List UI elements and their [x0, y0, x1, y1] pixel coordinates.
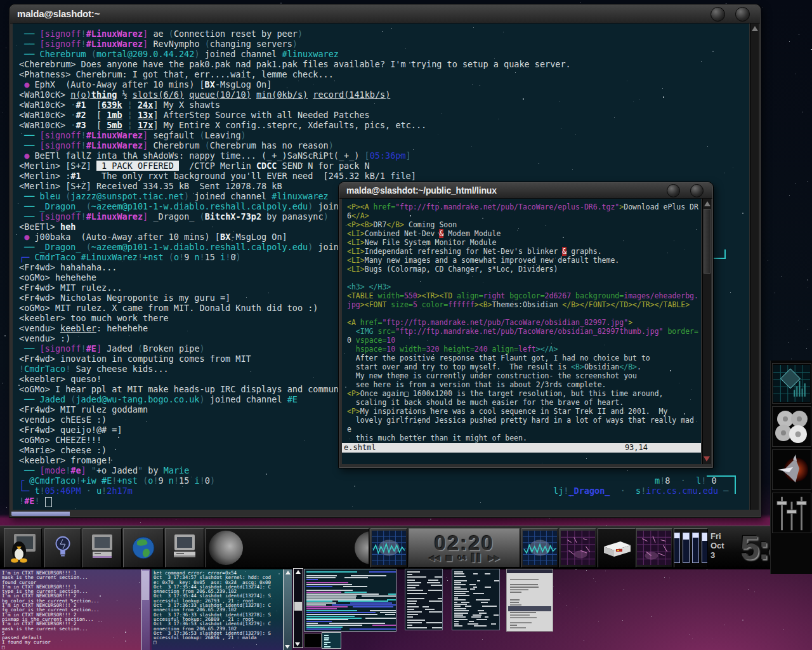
moon-dome-icon — [209, 531, 243, 565]
globe-icon — [128, 533, 159, 563]
terminal-line: <P><A href="ftp://ftp.mandrake.net/pub/T… — [347, 202, 701, 211]
dock-date-display: Fri Oct 3 — [710, 531, 724, 560]
terminal-line: ● BeETl fallZ inta thA shAdoWs: nappy ti… — [19, 150, 749, 161]
dock-icon-lightbulb[interactable] — [44, 528, 81, 567]
terminal-line: <WaR10cK> ·#3 [ 5mb ¦ 17x] My Entire X c… — [19, 120, 749, 130]
terminal-line: 0 vspace=10 — [347, 336, 701, 345]
terminal-line: <LI>Independant refreshing for Net-Dev's… — [347, 247, 701, 256]
scrollbar-down-icon[interactable] — [285, 645, 290, 649]
window-iconify-button[interactable] — [710, 7, 725, 22]
syslog-text: ket command error: error=0x54Oct 3 17:34… — [152, 569, 292, 645]
dock-icon-workstation[interactable] — [82, 528, 122, 567]
terminal-line: <LI>Bugs (Colormap, CD Changer, s*Loc, D… — [347, 265, 701, 274]
editor-cursor-position: 93,14 — [625, 443, 648, 453]
terminal-line: see here is from a version that is about… — [347, 380, 701, 389]
terminal-line: <LI>New File System Monitor Module — [347, 238, 701, 247]
terminal-line: ── [signoff!#LinuxWarez] RevNympho (chan… — [19, 39, 749, 49]
terminal-line: <LI>Many new images and a somewhat impro… — [347, 256, 701, 265]
scroll-indicator-bracket — [707, 475, 736, 494]
terminal-line: <P><B>DR7</B> Coming Soon — [347, 220, 701, 229]
dock-icon-earth-globe[interactable] — [123, 528, 164, 567]
terminal-line: <h3> </H3> — [347, 282, 701, 291]
terminal-line: <Phatness> Cherebrum: I got that, err...… — [19, 69, 749, 79]
stop-icon[interactable]: ■ — [445, 554, 452, 562]
player-controls: ◀◀■04▌▌▶▶ — [409, 554, 520, 563]
dock-bar: 02:20 ◀◀■04▌▌▶▶ — [0, 526, 812, 569]
irc-scrollbar[interactable] — [750, 23, 759, 510]
scrollbar-down-icon[interactable] — [295, 642, 300, 646]
pause-icon[interactable]: ▌▌ — [471, 554, 483, 562]
scrollbar-up-icon[interactable] — [704, 201, 710, 206]
terminal-line: <LI>Combined Net-Dev & Modem Module — [347, 229, 701, 238]
dock-icon-crow[interactable] — [772, 449, 811, 490]
terminal-line — [347, 274, 701, 282]
window-resize-handle[interactable] — [11, 512, 70, 516]
dock-icon-cd-player-clock[interactable]: 02:20 ◀◀■04▌▌▶▶ — [409, 528, 520, 567]
dock-icon-tux-terminal[interactable] — [4, 528, 42, 567]
pager-thumbnail-terminal[interactable] — [452, 569, 500, 630]
terminal-line: ── Cherebrum (mortal@209.0.44.242) joine… — [19, 49, 749, 59]
load-meter-bars — [674, 533, 708, 563]
terminal-line: lj!_Dragon_ · s!irc.cs.cmu.edu ─ — [553, 486, 728, 496]
terminal-line: <TABLE width=550><TR><TD align=right bgc… — [347, 291, 701, 300]
scrollbar-down-icon[interactable] — [704, 456, 710, 461]
dock-icon-moon-dome[interactable] — [206, 528, 369, 567]
pager-thumbnail-terminal[interactable] — [405, 569, 443, 630]
window-close-button[interactable] — [735, 7, 750, 22]
scrollbar-up-icon[interactable] — [752, 26, 758, 31]
computer-icon — [87, 533, 117, 563]
editor-terminal-window[interactable]: malda@slashdot:~/public_html/linux <P><A… — [338, 182, 714, 468]
desktop: malda@slashdot:~ ── [signoff!#LinuxWarez… — [0, 0, 812, 650]
mini-terminal-syslog[interactable]: ket command error: error=0x54Oct 3 17:34… — [152, 569, 292, 650]
dock-icon-removable-drive[interactable] — [598, 528, 636, 567]
terminal-line: 6</A> — [347, 211, 701, 220]
oscilloscope-icon — [523, 531, 557, 565]
right-dock — [770, 361, 812, 574]
editor-statusbar: e.shtml 93,14 — [342, 443, 701, 453]
radar-icon — [561, 531, 595, 565]
scrollbar-up-icon[interactable] — [296, 570, 301, 574]
dock-icon-mixer-sliders[interactable] — [772, 493, 811, 533]
pager-thumbnail-irc[interactable] — [304, 569, 396, 632]
editor-text: <P><A href="ftp://ftp.mandrake.net/pub/T… — [342, 199, 701, 442]
terminal-line: <Cherebrum> Does anyone have the pak0.pa… — [19, 59, 749, 69]
oscilloscope-icon — [372, 531, 406, 565]
pager-thumbnail-blank[interactable] — [304, 633, 322, 647]
terminal-line: □ — [2, 645, 150, 649]
terminal-line: ── [signoff!#LinuxWarez] ae (Connection … — [19, 29, 749, 39]
date-weekday: Fri — [710, 531, 724, 541]
mini-terminal-debug[interactable]: I'm in CTXT NEWCURSOR!!! 1mask is the cu… — [0, 569, 150, 650]
dock-icon-oscilloscope[interactable] — [370, 528, 407, 567]
pager-thumbnail-tiny-terminal[interactable] — [322, 632, 341, 649]
terminal-line: <IMG src="ftp://ftp.mandrake.net/pub/Tac… — [347, 327, 701, 336]
cd-player-display: 02:20 ◀◀■04▌▌▶▶ — [409, 529, 520, 567]
dock-icon-radar-monitor-2[interactable] — [636, 528, 672, 567]
scrollbar-thumb[interactable] — [294, 602, 302, 611]
dock-icon-radar-monitor[interactable] — [560, 528, 596, 567]
terminal-line: <P>Once again□ 1600x1200 is the target r… — [347, 389, 701, 398]
date-day: 3 — [710, 550, 724, 560]
terminal-line: uccessful lookup: 26856 , 21 : malda — [154, 635, 292, 640]
terminal-line: e — [347, 425, 701, 434]
irc-titlebar[interactable]: malda@slashdot:~ — [10, 5, 760, 23]
dock-icon-cd-stack[interactable] — [772, 406, 811, 447]
dock-icon-load-meters[interactable] — [674, 528, 708, 567]
window-iconify-button[interactable] — [667, 184, 680, 197]
scrollbar-thumb[interactable] — [704, 209, 710, 274]
cd-stack-icon — [774, 409, 809, 444]
pager-scrollbar[interactable] — [293, 568, 303, 648]
terminal-line: <Merlin> :#1 The only rxvt background yo… — [19, 171, 749, 181]
terminal-line: <WaR10cK> ·#2 [ 1mb ¦ 13x] AfterStep Sou… — [19, 110, 749, 120]
window-close-button[interactable] — [690, 184, 704, 197]
editor-scrollbar[interactable] — [702, 199, 711, 464]
editor-titlebar[interactable]: malda@slashdot:~/public_html/linux — [339, 183, 712, 199]
pager-thumbnail-filemanager[interactable] — [506, 569, 553, 632]
dock-icon-scope-diamond[interactable] — [772, 363, 811, 404]
editor-window-title: malda@slashdot:~/public_html/linux — [339, 183, 497, 198]
terminal-line: start over and try to top myself. The re… — [347, 362, 701, 371]
dock-icon-workstation-2[interactable] — [165, 528, 204, 567]
forward-icon[interactable]: ▶▶ — [488, 554, 500, 562]
computer-icon — [169, 533, 200, 563]
rewind-icon[interactable]: ◀◀ — [429, 554, 440, 562]
dock-icon-oscilloscope-2[interactable] — [521, 528, 558, 567]
